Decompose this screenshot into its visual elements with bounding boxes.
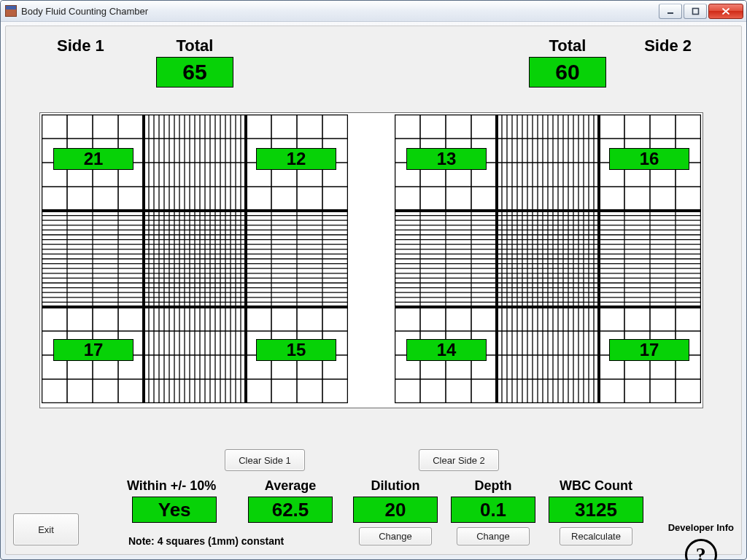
change-dilution-button[interactable]: Change (359, 527, 432, 545)
side2-bl-input[interactable]: 14 (406, 339, 487, 361)
chamber-side1[interactable]: 21 12 17 15 (42, 114, 348, 403)
within-col: Within +/- 10% Yes (130, 478, 219, 523)
dilution-value: 20 (353, 497, 438, 523)
wbc-label: WBC Count (549, 478, 643, 494)
depth-col: Depth 0.1 Change (451, 478, 535, 545)
side1-label: Side 1 (57, 36, 104, 55)
controls-section: Clear Side 1 Clear Side 2 Exit Within +/… (6, 435, 741, 554)
within-label: Within +/- 10% (127, 478, 216, 494)
window-buttons (659, 4, 743, 19)
side1-br-input[interactable]: 15 (256, 339, 336, 361)
side1-tr-input[interactable]: 12 (256, 148, 336, 170)
side2-total-value: 60 (529, 57, 606, 88)
svg-rect-1 (692, 8, 698, 14)
clear-side2-button[interactable]: Clear Side 2 (419, 449, 499, 471)
app-window: Body Fluid Counting Chamber Side 1 Side … (0, 0, 747, 560)
side2-tr-input[interactable]: 16 (609, 148, 689, 170)
clear-side1-button[interactable]: Clear Side 1 (225, 449, 305, 471)
exit-wrap: Exit (13, 513, 79, 545)
average-value: 62.5 (248, 497, 333, 523)
side1-tl-input[interactable]: 21 (53, 148, 133, 170)
side1-total-group: Total 65 (156, 36, 233, 88)
help-icon[interactable]: ? (685, 539, 717, 560)
side2-total-group: Total 60 (529, 36, 606, 88)
average-col: Average 62.5 (248, 478, 333, 523)
side2-total-label: Total (529, 36, 606, 55)
minimize-button[interactable] (659, 4, 682, 19)
wbc-col: WBC Count 3125 Recalculate (549, 478, 643, 545)
developer-info-label: Developer Info (668, 522, 734, 533)
side2-tl-input[interactable]: 13 (406, 148, 487, 170)
window-title: Body Fluid Counting Chamber (21, 6, 659, 17)
depth-label: Depth (451, 478, 535, 494)
side1-bl-input[interactable]: 17 (53, 339, 133, 361)
close-button[interactable] (708, 4, 743, 19)
dilution-label: Dilution (353, 478, 438, 494)
recalculate-button[interactable]: Recalculate (560, 527, 632, 545)
chambers-container: 21 12 17 15 13 16 14 17 (39, 112, 703, 408)
dilution-col: Dilution 20 Change (353, 478, 438, 545)
app-icon (5, 5, 17, 17)
note-text: Note: 4 squares (1mm) constant (128, 535, 284, 547)
chamber-side2[interactable]: 13 16 14 17 (395, 114, 701, 403)
change-depth-button[interactable]: Change (457, 527, 530, 545)
developer-info: Developer Info ? (668, 522, 734, 560)
counting-section: Side 1 Side 2 Total 65 Total 60 21 12 17 (6, 26, 741, 420)
depth-value: 0.1 (451, 497, 535, 523)
client-area: Side 1 Side 2 Total 65 Total 60 21 12 17 (5, 26, 742, 555)
wbc-value: 3125 (549, 497, 643, 523)
within-value: Yes (132, 497, 217, 523)
clear-row: Clear Side 1 Clear Side 2 (6, 435, 741, 464)
titlebar: Body Fluid Counting Chamber (1, 1, 746, 22)
side1-total-value: 65 (156, 57, 233, 88)
side2-label: Side 2 (644, 36, 692, 55)
svg-rect-0 (667, 12, 673, 14)
side1-total-label: Total (156, 36, 233, 55)
average-label: Average (248, 478, 333, 494)
stats-row: Exit Within +/- 10% Yes Average 62.5 Dil… (6, 478, 741, 559)
exit-button[interactable]: Exit (13, 513, 79, 545)
side2-br-input[interactable]: 17 (609, 339, 689, 361)
maximize-button[interactable] (684, 4, 707, 19)
